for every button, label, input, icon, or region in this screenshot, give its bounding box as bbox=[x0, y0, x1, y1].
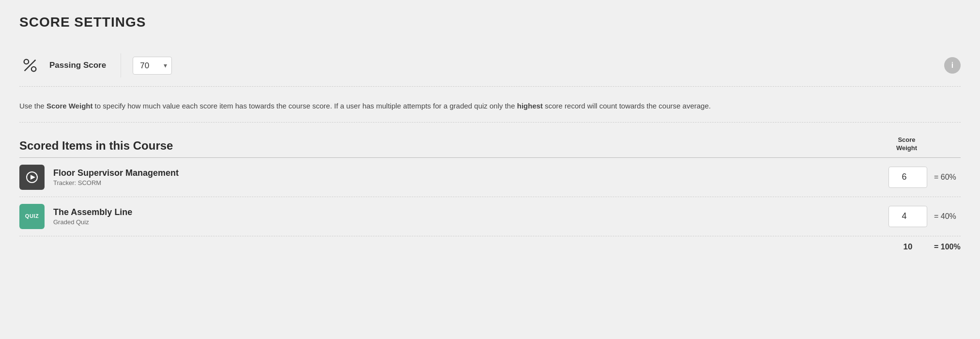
quiz-icon-label: QUIZ bbox=[25, 213, 39, 219]
scored-items-section: Scored Items in this Course Score Weight… bbox=[19, 136, 961, 252]
total-weight: 10 bbox=[888, 242, 927, 252]
svg-point-0 bbox=[24, 60, 29, 64]
svg-marker-4 bbox=[31, 175, 35, 180]
item-tracker: Graded Quiz bbox=[53, 218, 888, 226]
scored-items-header: Scored Items in this Course Score Weight bbox=[19, 136, 961, 158]
weight-percent-1: = 60% bbox=[934, 173, 961, 182]
info-button[interactable]: i bbox=[944, 57, 961, 74]
item-name: The Assembly Line bbox=[53, 207, 888, 217]
table-row: Floor Supervisor Management Tracker: SCO… bbox=[19, 158, 961, 197]
page-title: SCORE SETTINGS bbox=[19, 15, 961, 30]
item-tracker: Tracker: SCORM bbox=[53, 179, 888, 186]
score-select-wrapper: 50 60 65 70 75 80 85 90 95 100 ▾ bbox=[133, 57, 172, 75]
svg-line-2 bbox=[25, 60, 36, 71]
item-weight-area: = 40% bbox=[888, 206, 961, 227]
score-weight-column-header: Score Weight bbox=[896, 136, 917, 153]
weight-percent-2: = 40% bbox=[934, 212, 961, 221]
item-weight-area: = 60% bbox=[888, 167, 961, 188]
item-info: The Assembly Line Graded Quiz bbox=[53, 207, 888, 226]
table-row: QUIZ The Assembly Line Graded Quiz = 40% bbox=[19, 197, 961, 236]
passing-score-select[interactable]: 50 60 65 70 75 80 85 90 95 100 bbox=[133, 57, 172, 75]
weight-input-1[interactable] bbox=[888, 167, 927, 188]
totals-row: 10 = 100% bbox=[19, 236, 961, 252]
divider-vertical bbox=[121, 53, 121, 77]
svg-point-1 bbox=[31, 67, 36, 72]
description-block: Use the Score Weight to specify how much… bbox=[19, 87, 961, 123]
quiz-icon: QUIZ bbox=[19, 204, 45, 229]
percent-icon bbox=[19, 55, 41, 76]
description-text: Use the Score Weight to specify how much… bbox=[19, 102, 711, 110]
section-title: Scored Items in this Course bbox=[19, 139, 173, 153]
item-info: Floor Supervisor Management Tracker: SCO… bbox=[53, 168, 888, 186]
scorm-icon bbox=[19, 165, 45, 190]
weight-input-2[interactable] bbox=[888, 206, 927, 227]
item-name: Floor Supervisor Management bbox=[53, 168, 888, 178]
total-percent: = 100% bbox=[934, 243, 961, 251]
passing-score-label: Passing Score bbox=[49, 61, 106, 70]
passing-score-row: Passing Score 50 60 65 70 75 80 85 90 95… bbox=[19, 45, 961, 87]
